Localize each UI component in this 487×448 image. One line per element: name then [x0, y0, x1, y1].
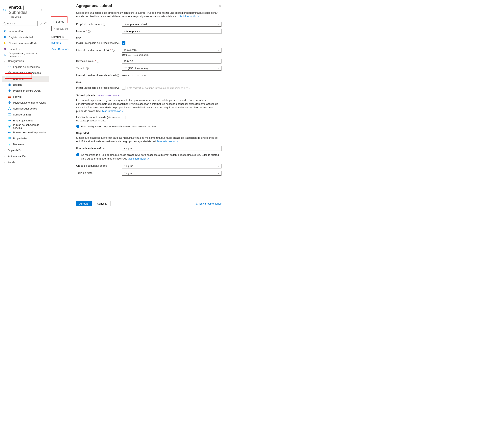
- svg-line-21: [9, 108, 9, 109]
- start-address-input[interactable]: [122, 59, 221, 64]
- nav-properties[interactable]: Propiedades: [2, 135, 49, 141]
- nav-overview[interactable]: Introducción: [2, 28, 49, 34]
- nav-group-monitoring[interactable]: ›Supervisión: [2, 147, 49, 153]
- table-row[interactable]: AzureBastionS: [51, 46, 68, 52]
- route-table-select[interactable]: Ninguno⌄: [122, 171, 221, 176]
- private-enable-checkbox[interactable]: [122, 116, 125, 119]
- private-subnet-heading: Subred privadaVERSIÓN PRELIMINAR: [76, 94, 221, 97]
- nsg-select[interactable]: Ninguno⌄: [122, 164, 221, 168]
- page-subtitle: Red virtual: [10, 16, 49, 18]
- preview-badge: VERSIÓN PRELIMINAR: [97, 94, 121, 97]
- info-icon[interactable]: i: [103, 23, 105, 26]
- info-icon[interactable]: i: [116, 74, 119, 77]
- nav-firewall[interactable]: Firewall: [2, 94, 49, 100]
- send-feedback-link[interactable]: Enviar comentarios: [195, 202, 221, 205]
- svg-point-29: [9, 126, 10, 127]
- info-icon: i: [76, 153, 79, 156]
- nav-defender[interactable]: Microsoft Defender for Cloud: [2, 100, 49, 105]
- chevron-right-icon: ›: [4, 149, 6, 151]
- nsg-label: Grupo de seguridad de red i: [76, 164, 122, 168]
- nav-locks[interactable]: Bloqueos: [2, 141, 49, 147]
- add-subnet-panel: Agregar una subred ✕ Seleccione una espa…: [72, 0, 226, 208]
- size-select[interactable]: /24 (256 direcciones)⌄: [122, 66, 221, 71]
- nat-select[interactable]: Ninguno⌄: [122, 146, 221, 151]
- chevron-right-icon: ›: [4, 155, 6, 157]
- svg-point-1: [4, 22, 5, 24]
- table-row[interactable]: subnet-1: [51, 40, 68, 46]
- search-icon: [3, 22, 6, 25]
- panel-intro: Seleccione una espacio de direcciones y …: [76, 11, 221, 18]
- learn-more-link[interactable]: Más información: [128, 157, 149, 160]
- favorite-icon[interactable]: ☆: [40, 8, 43, 12]
- table-header-name[interactable]: Nombré↑↓: [51, 34, 68, 40]
- nav-search-input[interactable]: [2, 21, 38, 26]
- learn-more-link[interactable]: Más información: [102, 110, 123, 112]
- subnet-range-value: 10.0.2.0 - 10.0.2.255: [122, 74, 221, 77]
- svg-rect-15: [8, 96, 11, 98]
- nav-address-space[interactable]: Espacio de direcciones: [2, 64, 49, 70]
- learn-more-link[interactable]: Más información: [157, 140, 179, 143]
- nav-group-config[interactable]: ⌄ Configuración: [2, 58, 49, 64]
- nav-network-manager[interactable]: Administrador de red: [2, 105, 49, 112]
- close-icon[interactable]: ✕: [219, 4, 221, 8]
- nav-service-endpoints[interactable]: Puntos de conexión de servicio: [2, 123, 49, 129]
- svg-rect-14: [9, 84, 10, 84]
- chevron-right-icon: ›: [4, 161, 6, 163]
- nav-peerings[interactable]: Emparejamientos: [2, 118, 49, 123]
- info-icon[interactable]: i: [112, 49, 114, 52]
- info-icon[interactable]: i: [86, 67, 89, 70]
- svg-point-20: [10, 109, 11, 110]
- svg-line-22: [9, 108, 10, 109]
- plus-icon: +: [53, 20, 55, 24]
- name-input[interactable]: [122, 29, 221, 34]
- collapse-icon[interactable]: ◇: [39, 21, 42, 26]
- nav-private-endpoints[interactable]: Puntos de conexión privados: [2, 129, 49, 135]
- nav-activity-log[interactable]: Registro de actividad: [2, 34, 49, 40]
- chevron-left-icon[interactable]: «: [45, 20, 48, 24]
- add-subnet-button[interactable]: + Subred: [51, 19, 66, 24]
- name-label: Nombre* i: [76, 30, 122, 33]
- chevron-down-icon: ⌄: [218, 165, 220, 167]
- vnet-icon: [4, 30, 7, 33]
- route-table-label: Tabla de rutas: [76, 171, 122, 175]
- chevron-down-icon: ⌄: [218, 23, 220, 26]
- add-button[interactable]: Agregar: [76, 201, 92, 206]
- svg-point-37: [53, 28, 55, 29]
- diagnose-icon: [4, 53, 7, 56]
- devices-icon: [8, 71, 11, 74]
- nav-iam[interactable]: Control de acceso (IAM): [2, 40, 49, 46]
- size-label: Tamaño i: [76, 67, 122, 70]
- nav-group-automation[interactable]: ›Automatización: [2, 153, 49, 159]
- nav-group-help[interactable]: ›Ayuda: [2, 159, 49, 165]
- svg-rect-24: [8, 115, 11, 115]
- peer-icon: [8, 119, 11, 122]
- nav-subnets[interactable]: Subredes: [2, 76, 49, 82]
- chevron-down-icon: ⌄: [218, 172, 220, 174]
- ipv4-include-checkbox[interactable]: ✓: [122, 41, 125, 45]
- defender-icon: [8, 101, 11, 104]
- subnet-range-label: Intervalo de direcciones de subred i: [76, 74, 122, 77]
- info-icon[interactable]: i: [108, 165, 110, 167]
- info-icon[interactable]: i: [102, 147, 105, 150]
- nav-diagnose[interactable]: Diagnosticar y solucionar problemas: [2, 52, 49, 58]
- more-icon[interactable]: ⋯: [45, 8, 49, 12]
- feedback-icon: [195, 202, 198, 205]
- nav-ddos[interactable]: Protección contra DDoS: [2, 88, 49, 94]
- search-icon: [53, 27, 55, 30]
- info-icon[interactable]: i: [97, 60, 99, 63]
- cancel-button[interactable]: Cancelar: [94, 201, 111, 206]
- nav-connected-devices[interactable]: Dispositivos conectados: [2, 70, 49, 76]
- purpose-label: Propósito de la subred i: [76, 23, 122, 26]
- svg-point-19: [8, 109, 9, 110]
- shield-icon: [8, 89, 11, 92]
- ipv4-range-select[interactable]: 10.0.0.0/16⌄: [122, 48, 221, 53]
- info-icon[interactable]: i: [88, 30, 90, 33]
- learn-more-link[interactable]: Más información: [178, 15, 199, 18]
- nav-tags[interactable]: Etiquetas: [2, 46, 49, 52]
- nav-dns[interactable]: Servidores DNS: [2, 112, 49, 118]
- nat-info: i Se recomienda el uso de una puerta de …: [76, 153, 221, 160]
- purpose-select[interactable]: Valor predeterminado⌄: [122, 22, 221, 27]
- nav-bastion[interactable]: Bastion: [2, 82, 49, 88]
- subnet-search-input[interactable]: [51, 26, 69, 31]
- lock-icon: [8, 143, 11, 146]
